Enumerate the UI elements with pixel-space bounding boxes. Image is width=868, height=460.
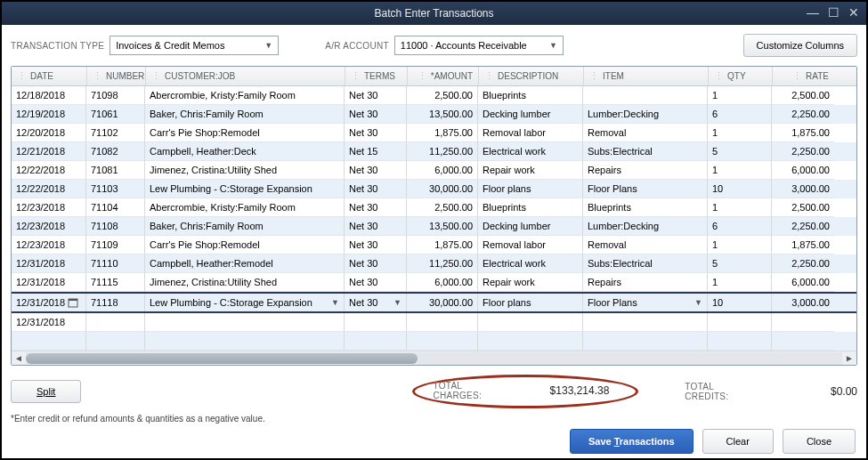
cell[interactable]: 1	[708, 273, 772, 292]
cell[interactable]: 2,250.00	[772, 217, 834, 236]
scrollbar-thumb[interactable]	[26, 353, 418, 364]
close-icon[interactable]: ✕	[848, 5, 859, 20]
cell[interactable]: Electrical work	[478, 254, 583, 273]
cell[interactable]	[86, 332, 145, 351]
cell[interactable]: 12/23/2018	[12, 236, 86, 254]
cell[interactable]: Removal labor	[478, 124, 583, 142]
cell[interactable]	[407, 332, 478, 351]
col-number[interactable]: NUMBER	[86, 67, 145, 85]
cell[interactable]: Jimenez, Cristina:Utility Shed	[145, 161, 345, 180]
cell[interactable]: 11,250.00	[407, 142, 478, 161]
col-amount[interactable]: *AMOUNT	[407, 67, 478, 85]
cell[interactable]: 71081	[86, 161, 145, 180]
clear-button[interactable]: Clear	[702, 429, 774, 454]
cell[interactable]: Repair work	[478, 161, 583, 180]
table-row[interactable]: 12/31/2018	[12, 313, 856, 332]
cell[interactable]	[145, 332, 345, 351]
cell[interactable]: Lew Plumbing - C:Storage Expansion	[145, 180, 345, 198]
cell[interactable]: 11,250.00	[407, 254, 478, 273]
minimize-icon[interactable]: —	[807, 5, 819, 20]
cell[interactable]: Floor plans	[478, 180, 583, 198]
cell[interactable]: 12/31/2018	[12, 273, 86, 292]
cell[interactable]: Net 30	[345, 254, 407, 273]
table-row[interactable]: 12/21/201871082Campbell, Heather:DeckNet…	[12, 142, 856, 161]
cell[interactable]: 12/20/2018	[12, 124, 86, 142]
cell[interactable]: 10	[708, 180, 772, 198]
cell[interactable]: 71103	[86, 180, 145, 198]
cell[interactable]: Repair work	[478, 273, 583, 292]
cell[interactable]: 71110	[86, 254, 145, 273]
cell[interactable]: 13,500.00	[407, 217, 478, 236]
cell[interactable]: Net 30	[345, 105, 407, 124]
cell[interactable]: 6,000.00	[772, 273, 834, 292]
col-rate[interactable]: RATE	[772, 67, 834, 85]
table-row[interactable]	[12, 332, 856, 351]
cell[interactable]: Floor plans	[478, 294, 583, 311]
cell[interactable]: Net 30▼	[345, 294, 407, 311]
cell[interactable]: Net 15	[345, 142, 407, 161]
cell[interactable]: 6,000.00	[407, 161, 478, 180]
cell[interactable]: 1	[708, 124, 772, 142]
col-item[interactable]: ITEM	[583, 67, 708, 85]
col-description[interactable]: DESCRIPTION	[478, 67, 583, 85]
cell[interactable]: 2,250.00	[772, 142, 834, 161]
cell[interactable]	[708, 332, 772, 351]
cell[interactable]: 12/22/2018	[12, 180, 86, 198]
table-row[interactable]: 12/23/201871109Carr's Pie Shop:RemodelNe…	[12, 236, 856, 254]
cell[interactable]: 1,875.00	[407, 236, 478, 254]
cell[interactable]: 30,000.00	[407, 294, 478, 311]
chevron-down-icon[interactable]: ▼	[691, 298, 702, 307]
cell[interactable]: Repairs	[583, 161, 708, 180]
cell[interactable]: 1	[708, 198, 772, 217]
ar-account-dropdown[interactable]: 11000 · Accounts Receivable ▼	[394, 36, 564, 55]
cell[interactable]: 71061	[86, 105, 145, 124]
cell[interactable]: Abercrombie, Kristy:Family Room	[145, 86, 345, 105]
save-transactions-button[interactable]: Save Transactions	[570, 429, 694, 454]
customize-columns-button[interactable]: Customize Columns	[743, 34, 857, 57]
cell[interactable]: Carr's Pie Shop:Remodel	[145, 124, 345, 142]
horizontal-scrollbar[interactable]: ◄ ►	[12, 351, 856, 365]
chevron-down-icon[interactable]: ▼	[328, 298, 339, 307]
cell[interactable]: Lumber:Decking	[583, 105, 708, 124]
cell[interactable]: 10	[708, 294, 772, 311]
table-row[interactable]: 12/23/201871104Abercrombie, Kristy:Famil…	[12, 198, 856, 217]
cell[interactable]: 1	[708, 236, 772, 254]
cell[interactable]: 71102	[86, 124, 145, 142]
cell[interactable]: 12/23/2018	[12, 217, 86, 236]
cell[interactable]: Floor Plans▼	[583, 294, 708, 311]
cell[interactable]: 12/23/2018	[12, 198, 86, 217]
cell[interactable]: Removal	[583, 124, 708, 142]
cell[interactable]: Net 30	[345, 180, 407, 198]
txn-type-dropdown[interactable]: Invoices & Credit Memos ▼	[110, 36, 279, 55]
cell[interactable]: 2,500.00	[772, 198, 834, 217]
cell[interactable]	[345, 332, 407, 351]
table-row[interactable]: 12/22/201871081Jimenez, Cristina:Utility…	[12, 161, 856, 180]
cell[interactable]: 71104	[86, 198, 145, 217]
cell[interactable]: Jimenez, Cristina:Utility Shed	[145, 273, 345, 292]
cell[interactable]: 3,000.00	[772, 294, 834, 311]
cell[interactable]: Net 30	[345, 236, 407, 254]
cell[interactable]: Carr's Pie Shop:Remodel	[145, 236, 345, 254]
cell[interactable]	[86, 313, 145, 332]
cell[interactable]: 71082	[86, 142, 145, 161]
cell[interactable]: Removal	[583, 236, 708, 254]
cell[interactable]: Lumber:Decking	[583, 217, 708, 236]
cell[interactable]	[583, 313, 708, 332]
table-row[interactable]: 12/19/201871061Baker, Chris:Family RoomN…	[12, 105, 856, 124]
cell[interactable]: 12/22/2018	[12, 161, 86, 180]
col-date[interactable]: DATE	[12, 67, 86, 85]
table-row[interactable]: 12/31/201871118Lew Plumbing - C:Storage …	[12, 292, 856, 313]
cell[interactable]	[583, 332, 708, 351]
cell[interactable]: 5	[708, 142, 772, 161]
cell[interactable]: 30,000.00	[407, 180, 478, 198]
cell[interactable]: 5	[708, 254, 772, 273]
cell[interactable]: Decking lumber	[478, 105, 583, 124]
cell[interactable]: 1	[708, 86, 772, 105]
cell[interactable]: 6	[708, 217, 772, 236]
cell[interactable]: 71118	[86, 294, 145, 311]
cell[interactable]: Campbell, Heather:Remodel	[145, 254, 345, 273]
cell[interactable]: Campbell, Heather:Deck	[145, 142, 345, 161]
cell[interactable]: 12/31/2018	[12, 254, 86, 273]
cell[interactable]: Net 30	[345, 86, 407, 105]
cell[interactable]: Baker, Chris:Family Room	[145, 105, 345, 124]
